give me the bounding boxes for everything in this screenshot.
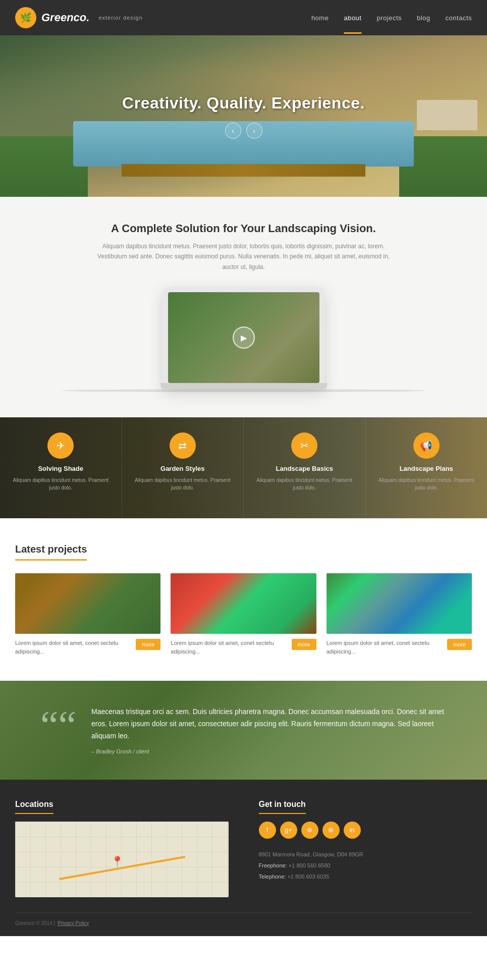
project-thumbnail-pond (327, 573, 472, 634)
intro-section: A Complete Solution for Your Landscaping… (0, 197, 487, 417)
map-pin: 📍 (111, 855, 124, 867)
feature-title-2: Landscape Basics (254, 465, 355, 472)
features-grid: ✈ Solving Shade Aliquam dapibus tincidun… (0, 417, 487, 518)
social-rss[interactable]: ⊕ (301, 822, 318, 839)
project-thumbnail-house (15, 573, 160, 634)
testimonial-section: ““ Maecenas tristique orci ac sem. Duis … (0, 681, 487, 779)
laptop-shadow (61, 389, 426, 392)
feature-title-3: Landscape Plans (376, 465, 477, 472)
hero-tagline: Creativity. Quality. Experience. (122, 94, 365, 113)
feature-title-0: Solving Shade (10, 465, 112, 472)
social-linkedin[interactable]: in (344, 822, 361, 839)
contact-address: 8901 Marmora Road, Glasgow, D04 89GR (259, 849, 472, 860)
telephone-value: +1 800 603 6035 (287, 874, 329, 880)
nav-home[interactable]: home (311, 14, 329, 22)
laptop-container: ▶ (15, 287, 472, 389)
logo-icon: 🌿 (15, 7, 36, 28)
hero-scene (0, 35, 487, 197)
laptop-screen: ▶ (168, 292, 319, 383)
freephone-value: +1 800 560 6580 (289, 862, 331, 868)
feature-icon-2: ✂ (291, 432, 317, 459)
feature-title-1: Garden Styles (132, 465, 234, 472)
project-footer-2: Lorem ipsum dolor sit amet, conet sectet… (327, 639, 472, 656)
nav-contacts[interactable]: contacts (446, 14, 472, 22)
project-footer-1: Lorem ipsum dolor sit amet, conet sectet… (171, 639, 316, 656)
feature-icon-3: 📢 (413, 432, 440, 459)
footer-contact: Get in touch f g+ ⊕ ⊗ in 8901 Marmora Ro… (259, 800, 472, 897)
social-facebook[interactable]: f (259, 822, 276, 839)
map: 📍 (15, 822, 229, 897)
quote-mark: ““ (40, 705, 76, 745)
main-nav: home about projects blog contacts (311, 14, 472, 22)
feature-text-3: Aliquam dapibus tincidunt metus. Praesen… (376, 476, 477, 492)
footer-grid: Locations 📍 Get in touch f g+ ⊕ ⊗ in 890… (15, 800, 472, 897)
play-button[interactable]: ▶ (233, 326, 255, 349)
intro-text: Aliquam dapibus tincidunt metus. Praesen… (92, 241, 395, 272)
feature-icon-0: ✈ (47, 432, 74, 459)
footer-copyright: Greenco © 2014 | (15, 920, 55, 926)
project-thumbnail-flowers (171, 573, 316, 634)
feature-item-1: ⇄ Garden Styles Aliquam dapibus tincidun… (122, 417, 244, 518)
feature-icon-1: ⇄ (170, 432, 196, 459)
footer-locations-title: Locations (15, 800, 53, 814)
header: 🌿 Greenco. exterior design home about pr… (0, 0, 487, 35)
project-card-0: Lorem ipsum dolor sit amet, conet sectet… (15, 573, 160, 656)
footer-contact-title: Get in touch (259, 800, 306, 814)
social-google[interactable]: g+ (280, 822, 297, 839)
freephone-label: Freephone: (259, 862, 287, 868)
projects-grid: Lorem ipsum dolor sit amet, conet sectet… (15, 573, 472, 656)
tagline: exterior design (98, 15, 142, 21)
project-card-2: Lorem ipsum dolor sit amet, conet sectet… (327, 573, 472, 656)
feature-text-0: Aliquam dapibus tincidunt metus. Praesen… (10, 476, 112, 492)
project-more-button-2[interactable]: more (447, 639, 472, 650)
projects-title: Latest projects (15, 543, 87, 561)
intro-title: A Complete Solution for Your Landscaping… (15, 222, 472, 235)
hero-prev-button[interactable]: ‹ (225, 123, 241, 139)
hero-section: Creativity. Quality. Experience. ‹ › (0, 35, 487, 197)
feature-item-3: 📢 Landscape Plans Aliquam dapibus tincid… (366, 417, 488, 518)
project-desc-1: Lorem ipsum dolor sit amet, conet sectet… (171, 639, 286, 656)
project-card-1: Lorem ipsum dolor sit amet, conet sectet… (171, 573, 316, 656)
testimonial-content: Maecenas tristique orci ac sem. Duis ult… (91, 706, 447, 754)
project-more-button-1[interactable]: more (292, 639, 316, 650)
project-image-2 (327, 573, 472, 634)
project-image-1 (171, 573, 316, 634)
feature-text-1: Aliquam dapibus tincidunt metus. Praesen… (132, 476, 234, 492)
telephone-label: Telephone: (259, 874, 286, 880)
contact-freephone: Freephone: +1 800 560 6580 (259, 860, 472, 871)
contact-telephone: Telephone: +1 800 603 6035 (259, 871, 472, 882)
project-desc-0: Lorem ipsum dolor sit amet, conet sectet… (15, 639, 131, 656)
footer-bottom: Greenco © 2014 | Privacy Policy (15, 912, 472, 926)
laptop: ▶ (163, 287, 324, 389)
testimonial-author: – Bradley Grosh / client (91, 748, 447, 754)
feature-item-0: ✈ Solving Shade Aliquam dapibus tincidun… (0, 417, 122, 518)
project-more-button-0[interactable]: more (136, 639, 160, 650)
social-row: f g+ ⊕ ⊗ in (259, 822, 472, 839)
nav-blog[interactable]: blog (417, 14, 430, 22)
feature-item-2: ✂ Landscape Basics Aliquam dapibus tinci… (244, 417, 366, 518)
hero-controls: ‹ › (225, 123, 262, 139)
features-section: ✈ Solving Shade Aliquam dapibus tincidun… (0, 417, 487, 518)
hero-next-button[interactable]: › (246, 123, 262, 139)
social-instagram[interactable]: ⊗ (322, 822, 340, 839)
sofa (417, 100, 477, 130)
project-image-0 (15, 573, 160, 634)
projects-section: Latest projects Lorem ipsum dolor sit am… (0, 518, 487, 681)
footer: Locations 📍 Get in touch f g+ ⊕ ⊗ in 890… (0, 780, 487, 936)
footer-locations: Locations 📍 (15, 800, 229, 897)
privacy-policy-link[interactable]: Privacy Policy (58, 920, 89, 926)
nav-projects[interactable]: projects (376, 14, 402, 22)
logo-area: 🌿 Greenco. exterior design (15, 7, 143, 28)
project-footer-0: Lorem ipsum dolor sit amet, conet sectet… (15, 639, 160, 656)
nav-about[interactable]: about (344, 14, 361, 22)
laptop-base (160, 383, 327, 389)
logo-text: Greenco. (41, 11, 89, 24)
deck (122, 164, 365, 177)
project-desc-2: Lorem ipsum dolor sit amet, conet sectet… (327, 639, 442, 656)
feature-text-2: Aliquam dapibus tincidunt metus. Praesen… (254, 476, 355, 492)
testimonial-text: Maecenas tristique orci ac sem. Duis ult… (91, 706, 447, 742)
